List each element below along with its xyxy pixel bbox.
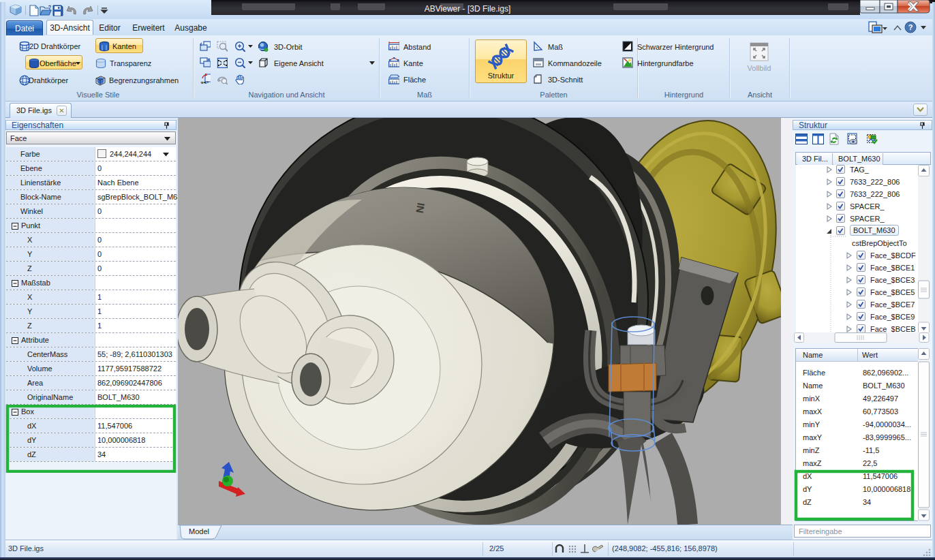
svg-text:35°: 35° <box>200 80 209 84</box>
svg-text:?: ? <box>908 23 913 31</box>
svg-text:IN: IN <box>414 202 427 214</box>
